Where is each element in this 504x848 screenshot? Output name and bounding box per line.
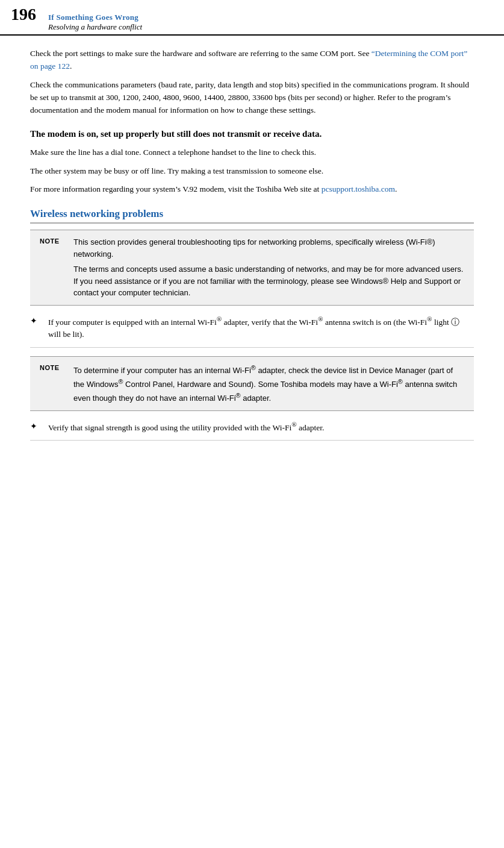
page-number: 196 (11, 5, 41, 24)
bullet-item-1: ✦ If your computer is equipped with an i… (30, 314, 474, 348)
para-busy-line: The other system may be busy or off line… (30, 165, 474, 178)
para1-text-before: Check the port settings to make sure the… (30, 49, 372, 58)
paragraph-comm-params: Check the communications parameters (bau… (30, 79, 474, 117)
wireless-heading: Wireless networking problems (30, 208, 474, 222)
note-box-1: NOTE This section provides general troub… (30, 230, 474, 306)
wireless-heading-container: Wireless networking problems (30, 208, 474, 224)
section-title: Resolving a hardware conflict (48, 22, 142, 32)
bullet2-text: Verify that signal strength is good usin… (48, 419, 474, 434)
chapter-title: If Something Goes Wrong (48, 13, 142, 22)
note1-label: NOTE (30, 236, 73, 299)
note-box-2: NOTE To determine if your computer has a… (30, 356, 474, 410)
note1-para1: This section provides general troublesho… (73, 236, 464, 260)
header-text-block: If Something Goes Wrong Resolving a hard… (48, 13, 142, 32)
note2-para1: To determine if your computer has an int… (73, 363, 464, 404)
note2-content: To determine if your computer has an int… (73, 363, 464, 404)
para-v92-modem: For more information regarding your syst… (30, 183, 474, 196)
bullet1-text: If your computer is equipped with an int… (48, 314, 474, 341)
toshiba-link[interactable]: pcsupport.toshiba.com (322, 184, 395, 193)
para-v92-after: . (395, 184, 397, 193)
para-dial-tone: Make sure the line has a dial tone. Conn… (30, 146, 474, 159)
main-content: Check the port settings to make sure the… (0, 36, 504, 461)
modem-heading: The modem is on, set up properly but sti… (30, 128, 474, 140)
paragraph-port-settings: Check the port settings to make sure the… (30, 48, 474, 73)
note1-content: This section provides general troublesho… (73, 236, 464, 299)
note2-label: NOTE (30, 363, 73, 404)
bullet-diamond-2: ✦ (30, 419, 42, 434)
note1-para2: The terms and concepts used assume a bas… (73, 263, 464, 299)
bullet-item-2: ✦ Verify that signal strength is good us… (30, 419, 474, 441)
para-v92-before: For more information regarding your syst… (30, 184, 322, 193)
bullet-diamond-1: ✦ (30, 314, 42, 341)
para1-text-after: . (70, 61, 72, 71)
page-header: 196 If Something Goes Wrong Resolving a … (0, 0, 504, 36)
